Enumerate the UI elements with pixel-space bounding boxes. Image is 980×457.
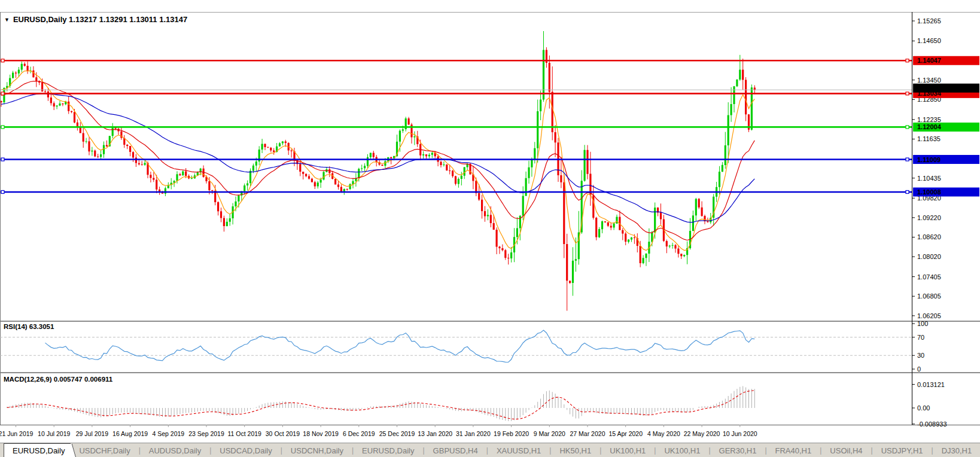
date-label: 13 Jan 2020 — [418, 430, 452, 437]
hline-handle[interactable] — [1, 126, 4, 129]
date-label: 9 Mar 2020 — [534, 430, 565, 437]
chart-title-text: EURUSD,Daily 1.13217 1.13291 1.13011 1.1… — [13, 15, 187, 24]
tab-ger30-h1[interactable]: GER30,H1 — [711, 443, 765, 457]
price-tick-label: 1.09220 — [917, 214, 941, 221]
tab-uk100-h1[interactable]: UK100,H1 — [656, 443, 708, 457]
date-label: 30 Oct 2019 — [266, 430, 300, 437]
date-label: 10 Jul 2019 — [38, 430, 70, 437]
date-label: 29 Jul 2019 — [76, 430, 108, 437]
trading-terminal-window: ▾ M1M5M15M30H1H4D1W1MN 1.152651.146501.1… — [0, 0, 980, 457]
tab-list: EURUSD,DailyUSDCHF,Daily|AUDUSD,Daily|US… — [0, 443, 980, 457]
panel-splitter[interactable] — [0, 372, 980, 373]
hline-handle[interactable] — [1, 190, 4, 193]
price-tick-label: 1.13450 — [917, 77, 941, 84]
date-label: 4 Sep 2019 — [152, 430, 184, 437]
date-label: 25 Dec 2019 — [379, 430, 415, 437]
date-label: 10 Jun 2020 — [723, 430, 757, 437]
rsi-tick-label: 0 — [917, 365, 921, 373]
macd-label: MACD(12,26,9) 0.005747 0.006911 — [4, 376, 112, 383]
hline-handle[interactable] — [906, 158, 909, 161]
panel-splitter[interactable] — [0, 321, 980, 322]
tab-usdchf-daily[interactable]: USDCHF,Daily — [71, 443, 138, 457]
rsi-tick-label: 100 — [917, 320, 928, 327]
tab-usdjpy-h1[interactable]: USDJPY,H1 — [873, 443, 932, 457]
hline-handle[interactable] — [1, 92, 4, 95]
tab-fra40-h1[interactable]: FRA40,H1 — [767, 443, 820, 457]
tab-eurusd-daily[interactable]: EURUSD,Daily — [354, 443, 422, 457]
price-badge-label: 1.14047 — [917, 57, 941, 64]
tab-usdcad-daily[interactable]: USDCAD,Daily — [211, 443, 280, 457]
tab-dj30-h1[interactable]: DJ30,H1 — [933, 443, 980, 457]
rsi-tick-label: 70 — [917, 334, 924, 341]
price-tick-label: 1.14650 — [917, 37, 941, 44]
hline-handle[interactable] — [906, 59, 909, 62]
date-label: 19 Feb 2020 — [494, 430, 529, 437]
date-label: 4 May 2020 — [647, 430, 680, 437]
chart-title: ▼EURUSD,Daily 1.13217 1.13291 1.13011 1.… — [4, 15, 187, 24]
one-click-arrow-icon[interactable]: ▼ — [4, 17, 10, 23]
tab-hk50-h1[interactable]: HK50,H1 — [551, 443, 599, 457]
date-label: 23 Sep 2019 — [188, 430, 224, 437]
macd-tick-label: 0.00 — [917, 404, 930, 412]
date-label: 27 Mar 2020 — [570, 430, 605, 437]
tab-gbpusd-h4[interactable]: GBPUSD,H4 — [425, 443, 486, 457]
date-label: 22 May 2020 — [684, 430, 720, 437]
price-tick-label: 1.08620 — [917, 233, 941, 240]
tab-usoil-h4[interactable]: USOil,H4 — [821, 443, 871, 457]
price-tick-label: 1.07405 — [917, 273, 941, 281]
price-tick-label: 1.11635 — [917, 135, 941, 142]
date-label: 11 Oct 2019 — [227, 430, 261, 437]
date-label: 21 Jun 2019 — [0, 430, 34, 437]
tab-eurusd-daily[interactable]: EURUSD,Daily — [4, 443, 71, 457]
chart-tab-bar: EURUSD,DailyUSDCHF,Daily|AUDUSD,Daily|US… — [0, 443, 980, 457]
price-badge-label: 1.11009 — [917, 156, 941, 163]
hline-handle[interactable] — [1, 59, 4, 62]
price-tick-label: 1.06805 — [917, 293, 941, 300]
chart-canvas[interactable]: 1.152651.146501.134501.128501.122351.116… — [0, 0, 980, 457]
rsi-label: RSI(14) 63.3051 — [4, 323, 54, 330]
price-badge-label: 1.12004 — [917, 123, 942, 130]
price-tick-label: 1.12235 — [917, 116, 941, 123]
price-tick-label: 1.06205 — [917, 312, 941, 319]
price-badge-label: 1.10008 — [917, 188, 941, 196]
hline-handle[interactable] — [906, 92, 909, 95]
date-label: 15 Apr 2020 — [608, 430, 643, 437]
hline-handle[interactable] — [1, 158, 4, 161]
price-tick-label: 1.10435 — [917, 175, 941, 182]
date-label: 6 Dec 2019 — [343, 430, 375, 437]
hline-handle[interactable] — [906, 126, 909, 129]
tab-xauusd-h1[interactable]: XAUUSD,H1 — [488, 443, 549, 457]
hline-handle[interactable] — [906, 190, 909, 193]
price-tick-label: 1.15265 — [917, 17, 941, 25]
price-tick-label: 1.08020 — [917, 253, 941, 260]
date-label: 16 Aug 2019 — [112, 430, 148, 437]
price-badge-label: 1.13147 — [917, 84, 941, 92]
date-label: 31 Jan 2020 — [456, 430, 491, 437]
tab-audusd-daily[interactable]: AUDUSD,Daily — [141, 443, 209, 457]
tab-uk100-h1[interactable]: UK100,H1 — [601, 443, 654, 457]
macd-tick-label: 0.013121 — [917, 381, 945, 388]
date-label: 18 Nov 2019 — [303, 430, 339, 437]
macd-tick-label: -0.008933 — [917, 421, 947, 428]
rsi-tick-label: 30 — [917, 352, 924, 359]
tab-usdcnh-daily[interactable]: USDCNH,Daily — [282, 443, 352, 457]
